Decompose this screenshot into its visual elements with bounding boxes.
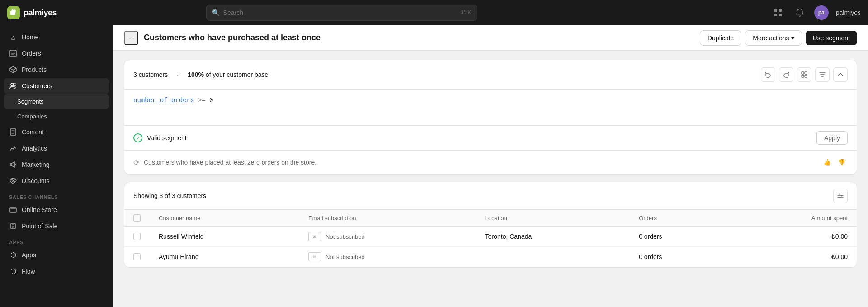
column-label: Customer name [159, 215, 200, 222]
customer-name-cell[interactable]: Russell Winfield [150, 227, 299, 247]
table-header-bar: Showing 3 of 3 customers [124, 182, 857, 210]
home-icon: ⌂ [9, 33, 17, 41]
discounts-icon [9, 177, 17, 185]
sidebar-item-analytics[interactable]: Analytics [4, 141, 109, 156]
table-row: Russell Winfield ✉ Not subscribed Toront… [124, 227, 857, 247]
sidebar-item-label: Products [22, 66, 47, 73]
customer-name: Ayumu Hirano [159, 253, 198, 260]
email-column-header[interactable]: Email subscription [299, 210, 476, 227]
code-editor[interactable]: number_of_orders >= 0 [124, 90, 857, 126]
column-label: Orders [639, 215, 657, 222]
customer-name-cell[interactable]: Ayumu Hirano [150, 247, 299, 267]
row-checkbox[interactable] [133, 233, 141, 240]
search-bar[interactable]: 🔍 ⌘ K [206, 5, 477, 21]
sidebar-item-home[interactable]: ⌂ Home [4, 29, 109, 45]
sidebar-item-content[interactable]: Content [4, 124, 109, 140]
undo-button[interactable] [761, 67, 775, 82]
amount-column-header[interactable]: Amount spent [728, 210, 857, 227]
logo[interactable]: palmiyes [7, 6, 57, 19]
thumbup-button[interactable]: 👍 [821, 156, 833, 169]
orders-column-header[interactable]: Orders [630, 210, 728, 227]
code-operator: >= [198, 97, 209, 104]
name-column-header[interactable]: Customer name [150, 210, 299, 227]
sidebar-item-products[interactable]: Products [4, 62, 109, 77]
store-settings-icon[interactable] [771, 5, 785, 20]
svg-rect-4 [779, 14, 782, 16]
orders-icon [9, 49, 17, 57]
svg-rect-16 [802, 75, 804, 77]
svg-point-10 [11, 179, 13, 180]
sidebar-item-segments[interactable]: Segments [4, 94, 109, 109]
back-button[interactable]: ← [124, 31, 138, 45]
apps-icon: ⬡ [9, 251, 17, 259]
content-area: 3 customers · 100% of your customer base [113, 51, 868, 277]
sidebar-item-point-of-sale[interactable]: Point of Sale [4, 218, 109, 234]
svg-point-20 [840, 197, 841, 198]
sidebar-item-marketing[interactable]: Marketing [4, 157, 109, 172]
search-icon: 🔍 [212, 9, 220, 16]
redo-button[interactable] [779, 67, 793, 82]
sidebar-item-companies[interactable]: Companies [4, 109, 109, 123]
grid-view-button[interactable] [797, 67, 811, 82]
sidebar-item-label: Online Store [22, 206, 57, 213]
sidebar-item-online-store[interactable]: Online Store [4, 202, 109, 217]
avatar[interactable]: pa [814, 5, 829, 20]
customize-columns-button[interactable] [833, 189, 848, 203]
svg-rect-3 [774, 14, 777, 16]
email-status-cell: ✉ Not subscribed [299, 227, 476, 247]
sidebar-item-label: Apps [22, 251, 36, 259]
sidebar-item-label: Customers [22, 82, 52, 90]
filter-button[interactable] [815, 67, 830, 82]
notifications-icon[interactable] [793, 5, 807, 20]
more-actions-button[interactable]: More actions ▾ [745, 30, 802, 46]
svg-point-19 [841, 195, 843, 197]
stats-separator: · [177, 71, 179, 78]
collapse-button[interactable] [833, 67, 848, 82]
location-column-header[interactable]: Location [476, 210, 630, 227]
info-text: Customers who have placed at least zero … [144, 159, 816, 166]
user-name[interactable]: palmiyes [836, 9, 861, 16]
showing-text: Showing 3 of 3 customers [133, 192, 833, 199]
percentage-value: 100% [188, 71, 204, 78]
use-segment-button[interactable]: Use segment [806, 31, 857, 45]
row-checkbox-cell[interactable] [124, 227, 150, 247]
flow-icon: ⬡ [9, 267, 17, 275]
email-status: Not subscribed [326, 233, 365, 240]
segment-stats: 3 customers · 100% of your customer base [124, 60, 857, 90]
code-keyword: number_of_orders [133, 97, 194, 104]
svg-point-18 [839, 194, 840, 195]
avatar-initials: pa [818, 9, 825, 16]
amount-cell: ₺0.00 [728, 227, 857, 247]
select-all-header[interactable] [124, 210, 150, 227]
sidebar-item-label: Flow [22, 268, 35, 275]
orders-cell: 0 orders [630, 227, 728, 247]
row-checkbox[interactable] [133, 253, 141, 260]
location: Toronto, Canada [485, 233, 532, 240]
table-row: Ayumu Hirano ✉ Not subscribed [124, 247, 857, 267]
sidebar-item-apps[interactable]: ⬡ Apps [4, 247, 109, 263]
header-actions: Duplicate More actions ▾ Use segment [700, 30, 857, 46]
sidebar-item-label: Segments [17, 98, 44, 105]
select-all-checkbox[interactable] [133, 214, 141, 222]
svg-rect-2 [779, 9, 782, 12]
percentage-text: of your customer base [206, 71, 269, 78]
apply-button[interactable]: Apply [816, 131, 848, 145]
amount-value: ₺0.00 [831, 233, 848, 240]
search-input[interactable] [223, 9, 458, 16]
customer-name: Russell Winfield [159, 233, 204, 240]
info-bar: ⟳ Customers who have placed at least zer… [124, 151, 857, 174]
thumbdown-button[interactable]: 👎 [835, 156, 848, 169]
sidebar-item-customers[interactable]: Customers [4, 78, 109, 94]
sidebar-item-flow[interactable]: ⬡ Flow [4, 264, 109, 279]
sidebar-item-discounts[interactable]: Discounts [4, 173, 109, 189]
email-icon: ✉ [308, 232, 321, 241]
order-count: 0 orders [639, 253, 662, 260]
duplicate-button[interactable]: Duplicate [700, 30, 741, 46]
point-of-sale-icon [9, 222, 17, 230]
back-icon: ← [128, 34, 134, 41]
chevron-down-icon: ▾ [791, 34, 794, 42]
sidebar-item-orders[interactable]: Orders [4, 46, 109, 61]
column-label: Amount spent [811, 215, 848, 222]
row-checkbox-cell[interactable] [124, 247, 150, 267]
svg-rect-1 [774, 9, 777, 12]
